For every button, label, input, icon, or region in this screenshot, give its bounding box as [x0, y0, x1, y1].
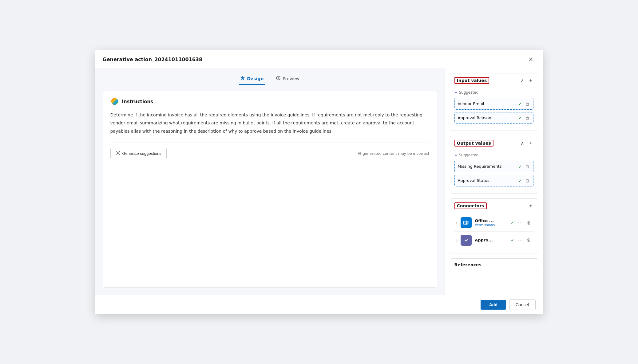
output-missing-req-check-button[interactable]: ✓: [518, 163, 523, 170]
connectors-add-button[interactable]: +: [528, 202, 533, 209]
svg-point-2: [117, 152, 119, 154]
connector-office365-delete-button[interactable]: 🗑: [526, 220, 532, 226]
input-values-actions: ∧ +: [519, 77, 533, 84]
input-vendor-email-delete-button[interactable]: 🗑: [525, 101, 530, 107]
ai-disclaimer: AI-generated content may be incorrect: [358, 151, 429, 156]
connectors-title-row: Connectors: [454, 202, 487, 209]
input-vendor-email-check-button[interactable]: ✓: [518, 101, 523, 107]
generate-suggestions-button[interactable]: Generate suggestions: [110, 148, 167, 159]
connector-office365-more-button[interactable]: ···: [517, 220, 523, 225]
connector-office365-info: Office ... Permissions: [475, 218, 507, 227]
left-panel: Design Preview: [95, 68, 445, 295]
input-values-collapse-button[interactable]: ∧: [519, 77, 525, 84]
input-values-title-row: Input values: [454, 77, 489, 84]
input-vendor-email-item: Vendor Email ✓ 🗑: [454, 98, 533, 110]
card-footer: Generate suggestions AI-generated conten…: [110, 143, 430, 159]
output-missing-req-label: Missing Requirements: [458, 164, 516, 169]
svg-point-1: [278, 77, 279, 79]
instructions-body: Determine if the incoming invoice has al…: [110, 111, 430, 135]
connector-office365-name: Office ...: [475, 218, 507, 223]
connector-office365-sub: Permissions: [475, 223, 507, 227]
tabs-bar: Design Preview: [103, 68, 437, 85]
generate-icon: [116, 151, 121, 156]
modal-footer: Add Cancel: [95, 295, 543, 314]
connector-office365-icon: [461, 217, 472, 228]
output-approval-status-check-button[interactable]: ✓: [518, 178, 523, 184]
input-approval-reason-actions: ✓ 🗑: [518, 115, 530, 121]
connector-approvals-more-button[interactable]: ···: [517, 237, 523, 243]
output-missing-req-actions: ✓ 🗑: [518, 163, 530, 170]
preview-tab-icon: [276, 76, 281, 82]
connector-office365-expand-button[interactable]: ›: [456, 220, 458, 225]
connector-approvals-check-button[interactable]: ✓: [510, 237, 515, 243]
tab-preview[interactable]: Preview: [275, 73, 301, 85]
tab-design[interactable]: Design: [239, 73, 265, 85]
connector-approvals-actions: ✓ ··· 🗑: [510, 237, 531, 243]
connector-approvals-delete-button[interactable]: 🗑: [526, 237, 532, 243]
connector-approvals-name: Appro...: [475, 238, 507, 242]
instructions-card: Instructions Determine if the incoming i…: [103, 91, 437, 288]
output-approval-status-label: Approval Status: [458, 178, 516, 183]
connector-office365-check-button[interactable]: ✓: [510, 220, 515, 226]
svg-rect-6: [464, 223, 466, 224]
modal-overlay: Generative action_20241011001638 ✕: [0, 0, 638, 364]
input-values-title: Input values: [454, 77, 489, 84]
tab-design-label: Design: [247, 76, 264, 81]
input-approval-reason-check-button[interactable]: ✓: [518, 115, 523, 121]
connectors-section: Connectors + ›: [450, 198, 538, 253]
input-approval-reason-delete-button[interactable]: 🗑: [525, 115, 530, 121]
connector-approvals-item: › Appro...: [454, 232, 533, 249]
connector-approvals-info: Appro...: [475, 238, 507, 242]
output-approval-status-item: Approval Status ✓ 🗑: [454, 175, 533, 186]
input-values-section: Input values ∧ + ✦ Suggested V: [450, 73, 538, 131]
svg-point-7: [464, 238, 469, 243]
instructions-title: Instructions: [122, 99, 153, 104]
input-vendor-email-label: Vendor Email: [458, 101, 516, 106]
references-title: References: [454, 262, 481, 267]
connectors-actions: +: [528, 202, 533, 209]
output-values-actions: ∧ +: [519, 140, 533, 147]
input-values-add-button[interactable]: +: [528, 77, 533, 84]
input-suggested-label: ✦ Suggested: [454, 90, 533, 95]
output-values-collapse-button[interactable]: ∧: [519, 140, 525, 147]
input-approval-reason-label: Approval Reason: [458, 115, 516, 120]
connector-approvals-expand-button[interactable]: ›: [456, 238, 458, 243]
instructions-header: Instructions: [110, 97, 430, 106]
output-missing-req-delete-button[interactable]: 🗑: [525, 163, 530, 170]
modal-body: Design Preview: [95, 68, 543, 295]
input-vendor-email-actions: ✓ 🗑: [518, 101, 530, 107]
output-values-section: Output values ∧ + ✦ Suggested: [450, 136, 538, 194]
close-button[interactable]: ✕: [526, 55, 536, 64]
references-header: References: [450, 259, 538, 271]
output-suggested-label: ✦ Suggested: [454, 153, 533, 158]
connectors-header: Connectors +: [450, 199, 538, 213]
connector-office365-item: › Office .: [454, 214, 533, 232]
output-suggested-icon: ✦: [454, 153, 458, 158]
copilot-icon: [110, 97, 119, 106]
input-suggested-icon: ✦: [454, 90, 458, 95]
generate-btn-label: Generate suggestions: [122, 151, 161, 156]
input-values-body: ✦ Suggested Vendor Email ✓ 🗑 Approval Re…: [450, 88, 538, 131]
input-values-header: Input values ∧ +: [450, 73, 538, 88]
output-values-body: ✦ Suggested Missing Requirements ✓ 🗑 App…: [450, 151, 538, 193]
modal-title: Generative action_20241011001638: [103, 57, 203, 62]
design-tab-icon: [240, 76, 245, 82]
references-section: References: [450, 258, 538, 271]
cancel-button[interactable]: Cancel: [509, 299, 536, 310]
connectors-body: › Office .: [450, 213, 538, 253]
tab-preview-label: Preview: [283, 76, 299, 81]
connector-office365-actions: ✓ ··· 🗑: [510, 220, 531, 226]
output-values-add-button[interactable]: +: [528, 140, 533, 147]
output-values-title-row: Output values: [454, 140, 493, 147]
output-values-header: Output values ∧ +: [450, 136, 538, 151]
output-missing-req-item: Missing Requirements ✓ 🗑: [454, 161, 533, 172]
input-approval-reason-item: Approval Reason ✓ 🗑: [454, 112, 533, 124]
output-approval-status-actions: ✓ 🗑: [518, 178, 530, 184]
right-panel: Input values ∧ + ✦ Suggested V: [445, 68, 543, 295]
output-approval-status-delete-button[interactable]: 🗑: [525, 178, 530, 184]
connector-approvals-icon: [461, 235, 472, 246]
output-values-title: Output values: [454, 140, 493, 147]
modal-header: Generative action_20241011001638 ✕: [95, 50, 543, 68]
connectors-title: Connectors: [454, 202, 487, 209]
add-button[interactable]: Add: [481, 300, 506, 310]
